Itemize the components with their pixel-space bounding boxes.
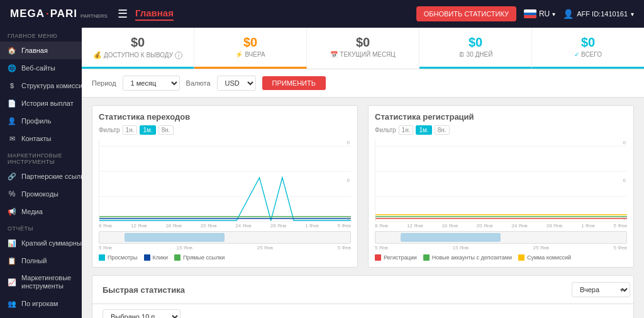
chevron-down-icon: ▾ bbox=[552, 11, 555, 18]
stat-30days[interactable]: $0 🗓 30 ДНЕЙ bbox=[419, 28, 532, 69]
calendar-30-icon: 🗓 bbox=[458, 51, 465, 58]
filter-bar: Период 1 месяц 3 месяца 6 месяцев 1 год … bbox=[82, 69, 644, 98]
quick-stats-header: Быстрая статистика Вчера Сегодня Неделя … bbox=[92, 275, 634, 304]
sidebar-item-profile[interactable]: 👤 Профиль bbox=[0, 112, 82, 130]
chart2-scrollbar-inner bbox=[401, 233, 501, 242]
flag-icon bbox=[524, 9, 536, 18]
chart1-y-labels: 0 0 0 bbox=[347, 140, 350, 221]
chart1-scrollbar[interactable] bbox=[99, 231, 351, 244]
stats-bar: $0 💰 ДОСТУПНО К ВЫВОДУ i $0 ⚡ ВЧЕРА $0 📅 bbox=[82, 28, 644, 69]
stat-current-month-value: $0 bbox=[312, 35, 414, 50]
sidebar: ГЛАВНОЕ МЕНЮ 🏠 Главная 🌐 Веб-сайты $ Стр… bbox=[0, 28, 82, 318]
home-icon: 🏠 bbox=[8, 46, 16, 55]
quick-stats-controls: Выбрано 10 п. Выбрано 5 п. Выбрано 20 п. bbox=[92, 304, 634, 318]
legend-dot-clicks bbox=[144, 254, 150, 261]
chart2-y-labels: 0 0 0 bbox=[623, 140, 626, 221]
charts-row: Статистика переходов Фильтр 1н. 1м. 8н. … bbox=[82, 98, 644, 275]
chart2-filter-8w[interactable]: 8н. bbox=[435, 125, 450, 135]
summary-icon: 📊 bbox=[8, 239, 16, 247]
topbar: MEGA · PARI PARTNERS ☰ Главная ОБНОВИТЬ … bbox=[0, 0, 644, 28]
hamburger-icon[interactable]: ☰ bbox=[118, 7, 128, 21]
apply-button[interactable]: ПРИМЕНИТЬ bbox=[262, 76, 326, 90]
commission-icon: $ bbox=[8, 81, 16, 90]
sidebar-item-promo[interactable]: % Промокоды bbox=[0, 185, 82, 203]
sidebar-item-summary[interactable]: 📊 Краткий суммарный bbox=[0, 234, 82, 252]
sidebar-item-sub-partners[interactable]: 🤝 По суб-партнерам bbox=[0, 312, 82, 318]
chart2-scroll-labels: 5 Янв 15 Янв 25 Янв 5 Фев bbox=[375, 245, 627, 251]
chart2-title: Статистика регистраций bbox=[375, 112, 627, 122]
websites-icon: 🌐 bbox=[8, 64, 16, 72]
media-icon: 📢 bbox=[8, 207, 16, 216]
main-container: ГЛАВНОЕ МЕНЮ 🏠 Главная 🌐 Веб-сайты $ Стр… bbox=[0, 28, 644, 318]
stat-available-value: $0 bbox=[87, 35, 189, 50]
quick-stats-wrapper: Быстрая статистика Вчера Сегодня Неделя … bbox=[82, 275, 644, 318]
sidebar-item-payouts[interactable]: 📄 История выплат bbox=[0, 94, 82, 112]
check-icon: ✓ bbox=[574, 51, 579, 58]
sidebar-item-websites[interactable]: 🌐 Веб-сайты bbox=[0, 59, 82, 77]
sidebar-item-commission[interactable]: $ Структура комиссий bbox=[0, 77, 82, 94]
legend-dot-new-accounts bbox=[423, 254, 430, 261]
sidebar-item-home[interactable]: 🏠 Главная bbox=[0, 42, 82, 59]
chart-registrations: Статистика регистраций Фильтр 1н. 1м. 8н… bbox=[368, 105, 634, 268]
chart1-svg bbox=[99, 140, 351, 222]
legend-dot-direct bbox=[174, 254, 180, 261]
chart1-scroll-labels: 5 Янв 15 Янв 25 Янв 5 Фев bbox=[99, 245, 351, 251]
quick-stats-show-select[interactable]: Выбрано 10 п. Выбрано 5 п. Выбрано 20 п. bbox=[103, 309, 180, 318]
currency-label: Валюта bbox=[186, 79, 211, 87]
legend-dot-registrations bbox=[375, 254, 381, 261]
stat-total-value: $0 bbox=[537, 35, 639, 50]
reports-label: ОТЧЁТЫ bbox=[0, 220, 82, 234]
stat-available[interactable]: $0 💰 ДОСТУПНО К ВЫВОДУ i bbox=[82, 28, 194, 69]
stat-yesterday-value: $0 bbox=[199, 35, 301, 50]
period-select[interactable]: 1 месяц 3 месяца 6 месяцев 1 год bbox=[123, 76, 180, 91]
chart2-filter-1m[interactable]: 1м. bbox=[416, 125, 431, 135]
chart2-scrollbar[interactable] bbox=[375, 231, 627, 244]
legend-dot-views bbox=[99, 254, 105, 261]
lightning-icon: ⚡ bbox=[235, 51, 243, 58]
main-menu-label: ГЛАВНОЕ МЕНЮ bbox=[0, 28, 82, 42]
mkt-tools-icon: 📈 bbox=[8, 278, 16, 287]
page-title-top: Главная bbox=[135, 8, 174, 21]
chart2-filter: Фильтр 1н. 1м. 8н. bbox=[375, 125, 627, 135]
sidebar-item-marketing-tools[interactable]: 📈 Маркетинговые инструменты bbox=[0, 270, 82, 295]
chart-transitions: Статистика переходов Фильтр 1н. 1м. 8н. … bbox=[92, 105, 358, 268]
sidebar-item-media[interactable]: 📢 Медиа bbox=[0, 203, 82, 220]
profile-icon: 👤 bbox=[8, 116, 16, 125]
aff-id[interactable]: 👤 AFF ID:1410161 ▾ bbox=[563, 9, 634, 19]
wallet-icon: 💰 bbox=[93, 51, 102, 59]
content-area: $0 💰 ДОСТУПНО К ВЫВОДУ i $0 ⚡ ВЧЕРА $0 📅 bbox=[82, 28, 644, 318]
partner-links-icon: 🔗 bbox=[8, 172, 16, 181]
chart1-scrollbar-inner bbox=[125, 233, 225, 242]
stat-yesterday[interactable]: $0 ⚡ ВЧЕРА bbox=[194, 28, 307, 69]
stat-total[interactable]: $0 ✓ ВСЕГО bbox=[532, 28, 644, 69]
refresh-button[interactable]: ОБНОВИТЬ СТАТИСТИКУ bbox=[416, 6, 516, 21]
currency-select[interactable]: USD EUR RUB bbox=[217, 76, 256, 91]
stat-current-month[interactable]: $0 📅 ТЕКУЩИЙ МЕСЯЦ bbox=[307, 28, 419, 69]
quick-stats-period-select[interactable]: Вчера Сегодня Неделя Месяц bbox=[572, 282, 630, 297]
chevron-down-icon: ▾ bbox=[631, 11, 634, 18]
period-label: Период bbox=[92, 79, 116, 87]
chart1-filter-1w[interactable]: 1н. bbox=[123, 125, 138, 135]
chart2-x-labels: 8 Янв 12 Янв 16 Янв 20 Янв 24 Янв 28 Янв… bbox=[375, 223, 627, 229]
chart2-legend: Регистрации Новые аккаунты с депозитами … bbox=[375, 254, 627, 261]
payouts-icon: 📄 bbox=[8, 99, 16, 108]
topbar-right: ОБНОВИТЬ СТАТИСТИКУ RU ▾ 👤 AFF ID:141016… bbox=[416, 6, 634, 21]
sidebar-item-contacts[interactable]: ✉ Контакты bbox=[0, 130, 82, 147]
sidebar-item-partner-links[interactable]: 🔗 Партнерские ссылки bbox=[0, 168, 82, 185]
person-icon: 👤 bbox=[563, 9, 574, 19]
sidebar-item-players[interactable]: 👥 По игрокам bbox=[0, 295, 82, 312]
chart1-filter: Фильтр 1н. 1м. 8н. bbox=[99, 125, 351, 135]
chart1-filter-1m[interactable]: 1м. bbox=[140, 125, 155, 135]
stat-30days-value: $0 bbox=[425, 35, 526, 50]
players-icon: 👥 bbox=[8, 299, 16, 308]
language-selector[interactable]: RU ▾ bbox=[524, 9, 555, 18]
sidebar-item-full[interactable]: 📋 Полный bbox=[0, 252, 82, 270]
chart1-title: Статистика переходов bbox=[99, 112, 351, 122]
quick-stats-period-wrapper: Вчера Сегодня Неделя Месяц ▾ bbox=[572, 282, 623, 297]
contacts-icon: ✉ bbox=[8, 134, 16, 143]
chart2-filter-1w[interactable]: 1н. bbox=[399, 125, 414, 135]
chart1-filter-8w[interactable]: 8н. bbox=[158, 125, 174, 135]
full-report-icon: 📋 bbox=[8, 256, 16, 265]
promo-icon: % bbox=[8, 190, 16, 198]
marketing-label: МАРКЕТИНГОВЫЕ ИНСТРУМЕНТЫ bbox=[0, 147, 82, 168]
